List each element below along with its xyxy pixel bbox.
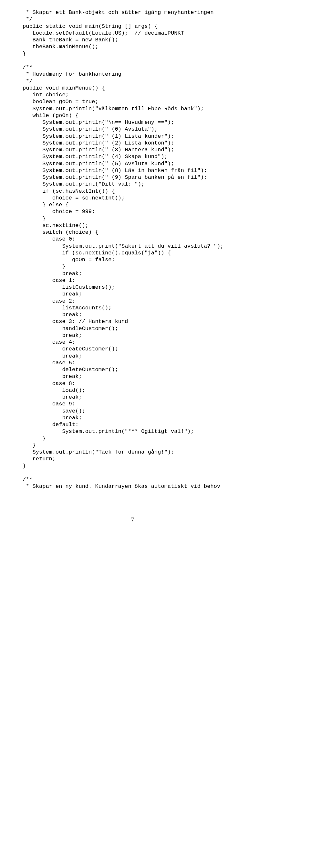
page-number: 7 [0,516,265,524]
code-block: * Skapar ett Bank-objekt och sätter igån… [0,0,310,503]
